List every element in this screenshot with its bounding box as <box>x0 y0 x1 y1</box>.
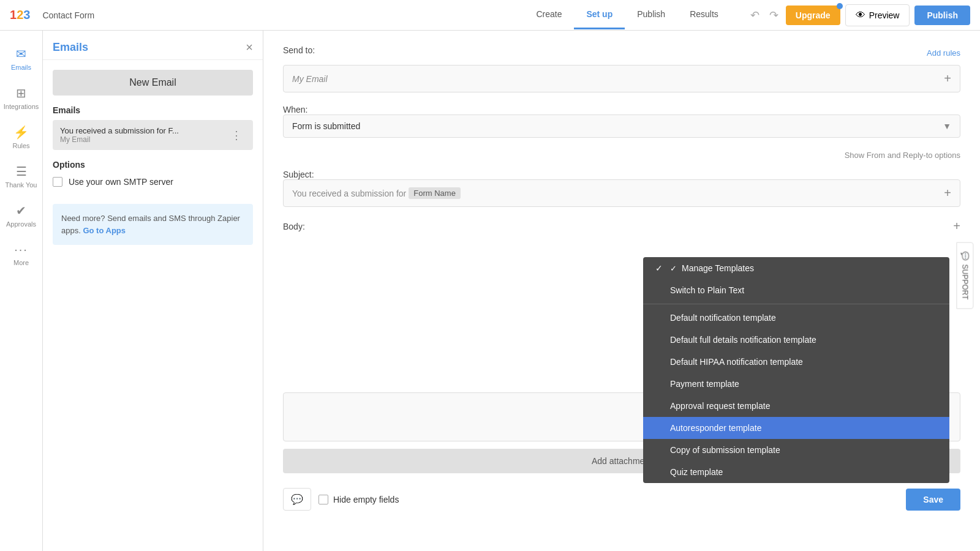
form-title: Contact Form <box>42 10 94 20</box>
menu-item-default-notification[interactable]: Default notification template <box>643 307 949 329</box>
chevron-down-icon: ▼ <box>943 121 951 131</box>
body-label: Body: <box>283 222 305 231</box>
when-value: Form is submitted <box>292 121 360 131</box>
main-content: Send to: Add rules My Email + When: Form… <box>263 31 980 551</box>
show-options-row: Show From and Reply-to options <box>283 150 960 160</box>
app-logo: 123 <box>10 8 30 22</box>
subject-add-button[interactable]: + <box>944 186 951 200</box>
email-list-item[interactable]: You received a submission for F... My Em… <box>53 120 253 150</box>
tab-results[interactable]: Results <box>677 1 731 29</box>
save-button[interactable]: Save <box>906 489 960 511</box>
sidebar-item-approvals[interactable]: ✔ Approvals <box>0 197 42 234</box>
emails-section-title: Emails <box>53 105 253 115</box>
undo-button[interactable]: ↶ <box>748 6 762 24</box>
more-icon: ··· <box>14 242 28 257</box>
subject-label: Subject: <box>283 170 314 179</box>
hide-empty-row: Hide empty fields <box>318 495 399 504</box>
tab-setup[interactable]: Set up <box>574 1 625 29</box>
upgrade-button[interactable]: Upgrade <box>786 6 840 25</box>
left-panel-header: Emails × <box>43 31 263 60</box>
body-add-button[interactable]: + <box>953 219 960 233</box>
send-to-value: My Email <box>292 74 944 84</box>
main-layout: ✉ Emails ⊞ Integrations ⚡ Rules ☰ Thank … <box>0 31 980 551</box>
menu-item-payment[interactable]: Payment template <box>643 373 949 395</box>
smtp-option-row: Use your own SMTP server <box>53 177 253 187</box>
chat-button[interactable]: 💬 <box>283 488 311 511</box>
menu-item-switch-plain[interactable]: Switch to Plain Text <box>643 279 949 301</box>
left-panel: Emails × New Email Emails You received a… <box>43 31 263 551</box>
subject-input[interactable]: You received a submission for Form Name … <box>283 179 960 207</box>
smtp-checkbox[interactable] <box>53 177 62 187</box>
integrations-icon: ⊞ <box>16 86 26 100</box>
subject-text: You received a submission for <box>292 189 406 198</box>
thankyou-icon: ☰ <box>16 164 27 179</box>
support-icon: 💬 <box>961 252 970 261</box>
subject-row: Subject: You received a submission for F… <box>283 170 960 207</box>
body-row: Body: + ✓ Manage Templates Switch to Pla… <box>283 219 960 233</box>
when-label: When: <box>283 105 307 114</box>
preview-button[interactable]: 👁 Preview <box>845 4 910 26</box>
email-icon: ✉ <box>16 47 26 61</box>
icon-sidebar: ✉ Emails ⊞ Integrations ⚡ Rules ☰ Thank … <box>0 31 43 551</box>
new-email-button[interactable]: New Email <box>53 70 253 96</box>
email-item-name: You received a submission for F... <box>60 126 227 135</box>
email-options-button[interactable]: ⋮ <box>227 127 246 143</box>
panel-title: Emails <box>53 41 88 54</box>
promo-link[interactable]: Go to Apps <box>83 226 126 235</box>
send-to-row: Send to: Add rules My Email + <box>283 45 960 92</box>
when-select[interactable]: Form is submitted ▼ <box>283 114 960 138</box>
bottom-row: 💬 Hide empty fields Save <box>283 483 960 511</box>
hide-empty-checkbox[interactable] <box>318 495 328 504</box>
hide-empty-label: Hide empty fields <box>333 495 399 504</box>
options-section: Options Use your own SMTP server <box>43 150 263 197</box>
sidebar-item-integrations[interactable]: ⊞ Integrations <box>0 80 42 116</box>
emails-section: Emails You received a submission for F..… <box>43 105 263 150</box>
send-to-input[interactable]: My Email + <box>283 65 960 92</box>
checkmark-icon: ✓ <box>670 264 677 273</box>
redo-button[interactable]: ↷ <box>767 6 781 24</box>
send-to-add-button[interactable]: + <box>944 72 951 86</box>
smtp-label: Use your own SMTP server <box>69 177 173 187</box>
support-label: SUPPORT <box>961 264 970 300</box>
menu-item-approval[interactable]: Approval request template <box>643 395 949 417</box>
menu-item-autoresponder[interactable]: Autoresponder template <box>643 417 949 439</box>
menu-divider <box>643 304 949 304</box>
close-button[interactable]: × <box>246 40 253 54</box>
tab-publish[interactable]: Publish <box>625 1 677 29</box>
show-options-link[interactable]: Show From and Reply-to options <box>845 151 960 160</box>
rules-icon: ⚡ <box>13 125 29 140</box>
sidebar-item-emails[interactable]: ✉ Emails <box>0 40 42 77</box>
support-tab[interactable]: 💬 SUPPORT <box>957 242 974 309</box>
send-to-label: Send to: <box>283 45 315 55</box>
top-nav: 123 Contact Form Create Set up Publish R… <box>0 0 980 31</box>
nav-actions: ↶ ↷ Upgrade 👁 Preview Publish <box>748 4 970 26</box>
menu-item-default-hipaa[interactable]: Default HIPAA notification template <box>643 351 949 373</box>
upgrade-dot <box>837 3 843 9</box>
nav-tabs: Create Set up Publish Results <box>524 1 730 29</box>
when-row: When: Form is submitted ▼ <box>283 105 960 138</box>
approvals-icon: ✔ <box>16 203 26 218</box>
sidebar-item-more[interactable]: ··· More <box>0 236 42 272</box>
add-rules-link[interactable]: Add rules <box>927 48 960 58</box>
menu-item-default-full[interactable]: Default full details notification templa… <box>643 329 949 351</box>
publish-button[interactable]: Publish <box>914 6 970 25</box>
template-dropdown: ✓ Manage Templates Switch to Plain Text … <box>643 257 949 483</box>
sidebar-item-rules[interactable]: ⚡ Rules <box>0 119 42 156</box>
menu-item-copy-submission[interactable]: Copy of submission template <box>643 439 949 461</box>
menu-item-manage-templates[interactable]: ✓ Manage Templates <box>643 257 949 279</box>
menu-item-quiz[interactable]: Quiz template <box>643 461 949 483</box>
email-item-sub: My Email <box>60 135 227 144</box>
eye-icon: 👁 <box>856 10 865 21</box>
options-title: Options <box>53 160 253 170</box>
promo-box: Need more? Send emails and SMS through Z… <box>53 204 253 245</box>
sidebar-item-thank-you[interactable]: ☰ Thank You <box>0 158 42 195</box>
tab-create[interactable]: Create <box>524 1 574 29</box>
subject-tag: Form Name <box>409 187 461 199</box>
